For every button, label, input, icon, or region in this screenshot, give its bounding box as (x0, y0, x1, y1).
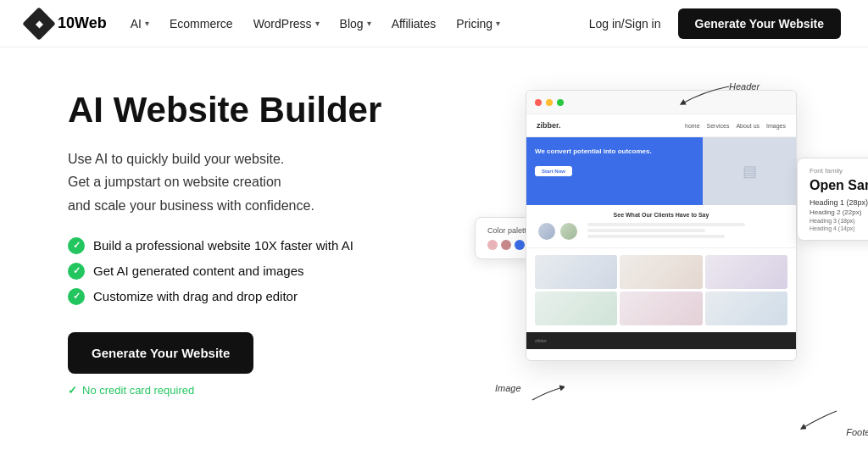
nav-items: AI ▾ Ecommerce WordPress ▾ Blog ▾ Affili… (131, 17, 500, 31)
hero-illustration: Color palette (475, 81, 868, 461)
dot-red-icon (535, 99, 542, 106)
chevron-down-icon: ▾ (145, 19, 149, 28)
chevron-down-icon: ▾ (315, 19, 320, 28)
mockup-grid-item-4 (535, 292, 617, 325)
mockup-testimonial-section: See What Our Clients Have to Say (526, 205, 796, 248)
mockup-logo: zibber. (537, 121, 561, 130)
mockup-hero-cta: Start Now (535, 166, 572, 176)
footer-annotation: Footer (846, 424, 868, 439)
mockup-nav-links: home Services About us Images (685, 123, 786, 129)
check-icon (68, 263, 85, 280)
nav-left: 10Web AI ▾ Ecommerce WordPress ▾ Blog ▾ … (27, 12, 500, 36)
mockup-grid-item-1 (535, 255, 617, 289)
palette-dot-2 (501, 240, 511, 250)
mockup-avatar-1 (538, 223, 555, 240)
navbar-cta-button[interactable]: Generate Your Website (678, 8, 842, 39)
font-name-display: Open Sans (810, 178, 868, 193)
navbar: 10Web AI ▾ Ecommerce WordPress ▾ Blog ▾ … (0, 0, 868, 47)
image-arrow-icon (531, 383, 565, 404)
mockup-grid-item-6 (705, 292, 787, 325)
no-credit-card-label: No credit card required (68, 384, 441, 397)
nav-item-ai[interactable]: AI ▾ (131, 17, 149, 31)
header-annotation: Header (729, 78, 760, 93)
mockup-hero-text-area: We convert potential into outcomes. Star… (526, 137, 703, 205)
feature-item-1: Build a professional website 10X faster … (68, 237, 441, 254)
website-mockup: zibber. home Services About us Images We… (526, 90, 797, 361)
illustration-wrap: Color palette (475, 90, 868, 446)
mockup-grid-item-2 (620, 255, 702, 289)
logo[interactable]: 10Web (27, 12, 107, 36)
hero-subtitle: Use AI to quickly build your website. Ge… (68, 147, 441, 217)
logo-text: 10Web (58, 14, 107, 32)
header-arrow-icon (678, 85, 733, 106)
login-button[interactable]: Log in/Sign in (589, 17, 661, 31)
palette-dot-1 (487, 240, 498, 250)
nav-right: Log in/Sign in Generate Your Website (589, 8, 841, 39)
chevron-down-icon: ▾ (496, 19, 500, 28)
feature-item-2: Get AI generated content and images (68, 263, 441, 280)
nav-item-blog[interactable]: Blog ▾ (340, 17, 371, 31)
hero-section: AI Website Builder Use AI to quickly bui… (0, 47, 868, 461)
mockup-hero-section: We convert potential into outcomes. Star… (526, 137, 796, 205)
nav-item-ecommerce[interactable]: Ecommerce (170, 17, 233, 31)
feature-item-3: Customize with drag and drop editor (68, 288, 441, 305)
nav-item-wordpress[interactable]: WordPress ▾ (253, 17, 320, 31)
hero-content: AI Website Builder Use AI to quickly bui… (68, 81, 441, 461)
dot-yellow-icon (546, 99, 553, 106)
mockup-chrome-bar (526, 91, 796, 114)
hero-cta-button[interactable]: Generate Your Website (68, 332, 253, 374)
hero-title: AI Website Builder (68, 90, 441, 131)
font-family-panel: Font family Open Sans Heading 1 (28px) H… (797, 158, 868, 241)
logo-diamond-icon (22, 7, 56, 41)
font-sizes-list: Heading 1 (28px) Heading 2 (22px) Headin… (810, 198, 868, 231)
mockup-grid-item-3 (705, 255, 787, 289)
mockup-footer: zibber. (526, 332, 796, 349)
footer-arrow-icon (798, 409, 841, 430)
palette-dot-3 (515, 240, 525, 250)
features-list: Build a professional website 10X faster … (68, 237, 441, 305)
nav-item-affiliates[interactable]: Affiliates (392, 17, 437, 31)
check-icon (68, 237, 85, 254)
mockup-nav-bar: zibber. home Services About us Images (526, 114, 796, 137)
nav-item-pricing[interactable]: Pricing ▾ (456, 17, 500, 31)
check-icon (68, 288, 85, 305)
mockup-text-lines (582, 223, 784, 241)
mockup-grid-item-5 (620, 292, 702, 325)
mockup-image-grid (526, 248, 796, 332)
image-annotation: Image (495, 380, 521, 395)
mockup-avatar-2 (560, 223, 577, 240)
mockup-hero-image (703, 137, 796, 205)
chevron-down-icon: ▾ (367, 19, 371, 28)
font-family-label: Font family (810, 167, 868, 175)
dot-green-icon (557, 99, 564, 106)
